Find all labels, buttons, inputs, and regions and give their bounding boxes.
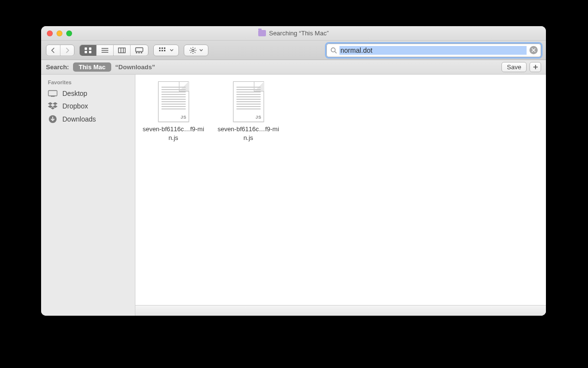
svg-rect-1	[89, 47, 91, 50]
finder-window: Searching “This Mac”	[41, 26, 546, 316]
sidebar-section-favorites: Favorites	[41, 78, 135, 87]
search-input[interactable]	[339, 46, 527, 55]
sidebar-item-dropbox[interactable]: Dropbox	[41, 100, 135, 112]
window-title: Searching “This Mac”	[269, 30, 329, 37]
svg-line-28	[195, 48, 196, 49]
svg-marker-37	[48, 102, 53, 105]
gallery-view-button[interactable]	[130, 45, 148, 56]
file-item[interactable]: JSseven-bf6116c…f9-min.js	[138, 81, 208, 142]
search-scope-label: Search:	[46, 63, 69, 71]
svg-rect-2	[85, 51, 87, 53]
svg-line-30	[335, 51, 337, 53]
toolbar	[41, 41, 546, 60]
file-type-badge: JS	[255, 115, 261, 120]
downloads-icon	[48, 115, 58, 123]
forward-button[interactable]	[60, 45, 74, 56]
list-view-button[interactable]	[96, 45, 113, 56]
search-icon	[330, 47, 337, 54]
scope-downloads[interactable]: “Downloads”	[115, 63, 155, 71]
search-scope-bar: Search: This Mac “Downloads” Save	[41, 60, 546, 75]
sidebar-item-desktop[interactable]: Desktop	[41, 87, 135, 100]
search-folder-icon	[258, 30, 266, 36]
status-bar	[135, 305, 546, 316]
svg-marker-38	[53, 102, 58, 105]
svg-rect-10	[136, 47, 143, 51]
chevron-down-icon	[170, 49, 174, 52]
svg-line-26	[195, 52, 196, 53]
file-name-label: seven-bf6116c…f9-min.js	[213, 125, 283, 142]
plus-icon	[533, 64, 538, 70]
sidebar-item-label: Downloads	[62, 115, 96, 123]
sidebar-item-downloads[interactable]: Downloads	[41, 112, 135, 126]
sidebar-item-label: Desktop	[62, 90, 87, 97]
sidebar-item-label: Dropbox	[62, 102, 88, 110]
file-icon: JS	[233, 81, 264, 122]
clear-search-button[interactable]	[529, 46, 538, 54]
svg-rect-36	[51, 96, 55, 97]
svg-marker-41	[51, 107, 55, 109]
sidebar: Favorites Desktop Dropbox Downloads	[41, 75, 135, 316]
group-by-button[interactable]	[153, 45, 179, 56]
window-controls	[41, 31, 72, 36]
file-name-label: seven-bf6116c…f9-min.js	[138, 125, 208, 142]
svg-rect-14	[159, 47, 161, 49]
minimize-window-button[interactable]	[57, 31, 62, 36]
action-menu-button[interactable]	[184, 45, 208, 56]
add-search-criteria-button[interactable]	[529, 62, 541, 72]
column-view-button[interactable]	[113, 45, 130, 56]
icon-view-button[interactable]	[80, 45, 96, 56]
back-button[interactable]	[46, 45, 60, 56]
gear-icon	[189, 46, 197, 54]
titlebar: Searching “This Mac”	[41, 26, 546, 41]
content-area: JSseven-bf6116c…f9-min.jsJSseven-bf6116c…	[135, 75, 546, 316]
save-search-button[interactable]: Save	[501, 62, 527, 72]
svg-point-29	[331, 47, 335, 51]
desktop-icon	[48, 90, 58, 97]
svg-rect-12	[138, 52, 140, 53]
view-switcher	[79, 45, 148, 56]
svg-rect-0	[85, 47, 87, 50]
svg-rect-15	[162, 47, 163, 49]
results-grid[interactable]: JSseven-bf6116c…f9-min.jsJSseven-bf6116c…	[135, 75, 546, 305]
file-item[interactable]: JSseven-bf6116c…f9-min.js	[213, 81, 283, 142]
dropbox-icon	[48, 102, 58, 110]
chevron-down-icon	[199, 49, 203, 52]
svg-rect-13	[141, 52, 142, 53]
svg-rect-18	[162, 50, 163, 51]
svg-rect-17	[159, 50, 161, 51]
svg-rect-3	[89, 51, 91, 53]
search-field-wrap	[326, 44, 541, 57]
svg-rect-7	[118, 48, 125, 53]
svg-rect-35	[48, 91, 57, 96]
file-icon: JS	[158, 81, 189, 122]
file-type-badge: JS	[180, 115, 186, 120]
svg-point-20	[192, 49, 194, 51]
close-window-button[interactable]	[47, 31, 53, 36]
scope-this-mac[interactable]: This Mac	[73, 62, 112, 72]
svg-rect-19	[164, 50, 165, 51]
nav-back-forward	[46, 45, 74, 56]
svg-rect-11	[136, 52, 137, 53]
svg-rect-16	[164, 47, 165, 49]
svg-line-25	[191, 48, 191, 49]
svg-line-27	[191, 52, 191, 53]
zoom-window-button[interactable]	[66, 31, 72, 36]
